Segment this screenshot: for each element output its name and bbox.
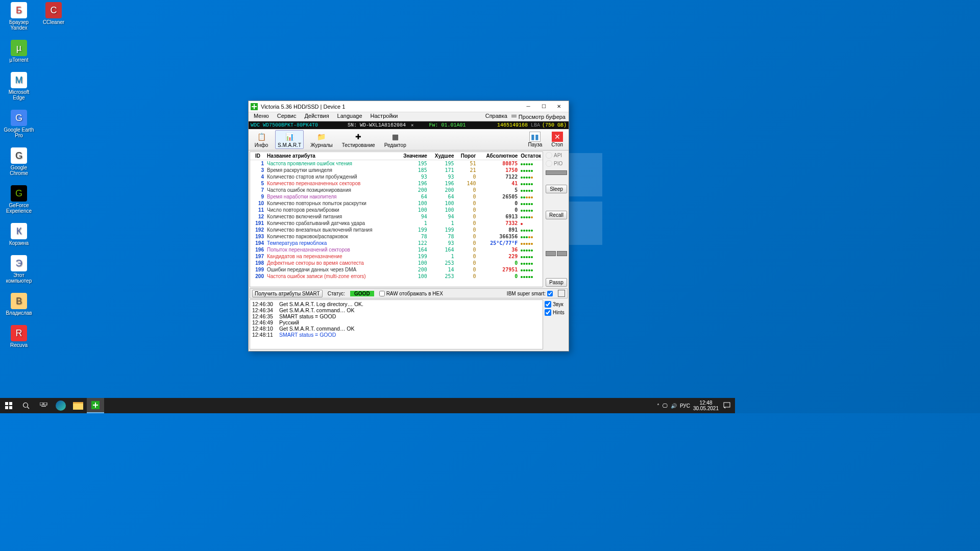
- taskbar[interactable]: ˄ 🖵 🔊 РУС 12:48 30.05.2021: [0, 398, 735, 413]
- table-row[interactable]: 4Количество стартов или пробуждений93930…: [250, 173, 543, 180]
- tray-chevron-icon[interactable]: ˄: [657, 403, 659, 409]
- table-row[interactable]: 199Ошибки передачи данных через DMA20014…: [250, 266, 543, 273]
- svg-rect-7: [44, 403, 47, 405]
- menu-item[interactable]: Действия: [300, 112, 333, 121]
- icon-label: Браузер Yandex: [9, 19, 29, 31]
- svg-point-4: [23, 403, 28, 407]
- column-header[interactable]: Остаток: [519, 152, 543, 160]
- search-button[interactable]: [17, 398, 35, 413]
- table-row[interactable]: 12Количество включений питания949406913: [250, 213, 543, 220]
- desktop: ББраузер YandexµµTorrentMMicrosoft EdgeG…: [0, 0, 735, 413]
- table-row[interactable]: 196Попыток переназначений секторов164164…: [250, 246, 543, 253]
- menu-item[interactable]: Настройки: [366, 112, 402, 121]
- table-row[interactable]: 197Кандидатов на переназначение19910229: [250, 253, 543, 260]
- toolbar-button[interactable]: ✚Тестирование: [339, 130, 378, 149]
- pause-button[interactable]: ▮▮ Пауза: [526, 131, 545, 148]
- desktop-icon[interactable]: GGeForce Experience: [3, 185, 35, 214]
- column-header[interactable]: Абсолютное: [478, 152, 520, 160]
- desktop-icon[interactable]: GGoogle Chrome: [3, 147, 35, 176]
- menu-item[interactable]: Сервис: [273, 112, 301, 121]
- table-row[interactable]: 11Число повторов рекалибровки10010000: [250, 207, 543, 213]
- table-row[interactable]: 191Количество срабатываний датчика удара…: [250, 220, 543, 227]
- toolbar-button[interactable]: 📁Журналы: [308, 130, 335, 149]
- recall-button[interactable]: Recall: [546, 211, 567, 219]
- toolbar-icon: 📊: [282, 131, 297, 142]
- column-header[interactable]: Худшее: [429, 152, 456, 160]
- table-row[interactable]: 193Количество парковок/распарковок787803…: [250, 233, 543, 240]
- taskbar-edge[interactable]: [52, 398, 69, 413]
- icon-label: Google Earth Pro: [4, 127, 34, 138]
- table-row[interactable]: 5Количество переназначенных секторов1961…: [250, 180, 543, 187]
- table-row[interactable]: 194Температура гермоблока12293025°C/77°F: [250, 240, 543, 246]
- notifications-button[interactable]: [722, 398, 732, 413]
- tray-volume-icon[interactable]: 🔊: [671, 403, 677, 409]
- table-row[interactable]: 10Количество повторных попыток раскрутки…: [250, 200, 543, 207]
- ibm-smart-checkbox[interactable]: IBM super smart:: [507, 291, 553, 296]
- table-row[interactable]: 198Дефектные секторы во время самотеста1…: [250, 260, 543, 266]
- menu-item[interactable]: Меню: [250, 112, 273, 121]
- desktop-icon[interactable]: MMicrosoft Edge: [3, 72, 35, 101]
- firmware: Fw: 01.01A01: [429, 122, 466, 128]
- column-header[interactable]: Значение: [396, 152, 429, 160]
- menu-item[interactable]: Language: [333, 112, 366, 121]
- api-radio[interactable]: API: [546, 152, 567, 159]
- column-header[interactable]: Название атрибута: [265, 152, 396, 160]
- minimize-button[interactable]: ─: [521, 102, 536, 112]
- taskbar-explorer[interactable]: [69, 398, 87, 413]
- desktop-icon[interactable]: ББраузер Yandex: [3, 2, 35, 31]
- toolbar-button[interactable]: 📊S.M.A.R.T: [275, 130, 304, 149]
- log-output[interactable]: 12:46:30Get S.M.A.R.T. Log directory… OK…: [250, 299, 543, 349]
- maximize-button[interactable]: ☐: [536, 102, 551, 112]
- desktop-icon[interactable]: ККорзина: [3, 223, 35, 246]
- view-buffer-label: Просмотр буфера: [519, 114, 566, 120]
- titlebar[interactable]: Victoria 5.36 HDD/SSD | Device 1 ─ ☐ ✕: [249, 101, 569, 112]
- serial-number: SN: WD-WXL1A8162084: [348, 122, 406, 128]
- table-row[interactable]: 9Время наработки накопителя6464026505: [250, 193, 543, 200]
- icon-label: Этот компьютер: [6, 272, 32, 284]
- column-header[interactable]: Порог: [456, 152, 478, 160]
- menu-help[interactable]: Справка: [481, 112, 511, 121]
- clock[interactable]: 12:48 30.05.2021: [693, 400, 719, 411]
- table-row[interactable]: 1Частота проявления ошибок чтения1951955…: [250, 160, 543, 167]
- column-header[interactable]: ID: [250, 152, 265, 160]
- toolbar-button[interactable]: ▦Редактор: [382, 130, 409, 149]
- app-icon: К: [11, 223, 27, 239]
- hints-checkbox[interactable]: Hints: [545, 309, 566, 316]
- log-line: 12:46:35SMART status = GOOD: [252, 313, 541, 319]
- notification-icon: [723, 402, 730, 409]
- icon-label: CCleaner: [43, 19, 64, 25]
- toolbar-label: Редактор: [384, 142, 406, 148]
- table-row[interactable]: 7Частота ошибок позиционирования20020005: [250, 187, 543, 193]
- desktop-icon[interactable]: ВВладислав: [3, 293, 35, 316]
- sleep-button[interactable]: Sleep: [546, 185, 567, 193]
- info-close-icon[interactable]: ✕: [411, 122, 413, 128]
- desktop-icon[interactable]: ЭЭтот компьютер: [3, 255, 35, 284]
- close-button[interactable]: ✕: [551, 102, 567, 112]
- table-row[interactable]: 3Время раскрутки шпинделя185171211750: [250, 167, 543, 173]
- desktop-icon[interactable]: µµTorrent: [3, 40, 35, 63]
- right-panel: API PIO Sleep Recall Passp: [544, 151, 569, 288]
- toolbar-button[interactable]: 📋Инфо: [252, 130, 271, 149]
- get-smart-button[interactable]: Получить атрибуты SMART: [252, 290, 323, 297]
- stop-button[interactable]: ✕ Стоп: [549, 131, 566, 148]
- tray-language[interactable]: РУС: [680, 403, 690, 409]
- svg-rect-3: [9, 406, 12, 409]
- task-view-button[interactable]: [35, 398, 52, 413]
- raw-hex-checkbox[interactable]: RAW отображать в HEX: [379, 291, 443, 296]
- desktop-icon[interactable]: CCCleaner: [38, 2, 69, 25]
- table-row[interactable]: 200Частота ошибок записи (multi-zone err…: [250, 273, 543, 280]
- taskbar-victoria[interactable]: [87, 398, 104, 413]
- toolbar-label: Инфо: [255, 142, 268, 148]
- table-row[interactable]: 192Количество внезапных выключений питан…: [250, 227, 543, 233]
- view-buffer-button[interactable]: Просмотр буфера: [511, 112, 568, 121]
- smart-table[interactable]: IDНазвание атрибутаЗначениеХудшееПорогАб…: [250, 152, 543, 287]
- passp-button[interactable]: Passp: [546, 278, 567, 287]
- sound-checkbox[interactable]: Звук: [545, 301, 566, 308]
- window-title: Victoria 5.36 HDD/SSD | Device 1: [261, 104, 521, 110]
- app-icon: [251, 103, 258, 110]
- start-button[interactable]: [0, 398, 17, 413]
- pio-radio[interactable]: PIO: [546, 160, 567, 167]
- tray-display-icon[interactable]: 🖵: [663, 403, 668, 409]
- desktop-icon[interactable]: RRecuva: [3, 325, 35, 348]
- desktop-icon[interactable]: GGoogle Earth Pro: [3, 110, 35, 138]
